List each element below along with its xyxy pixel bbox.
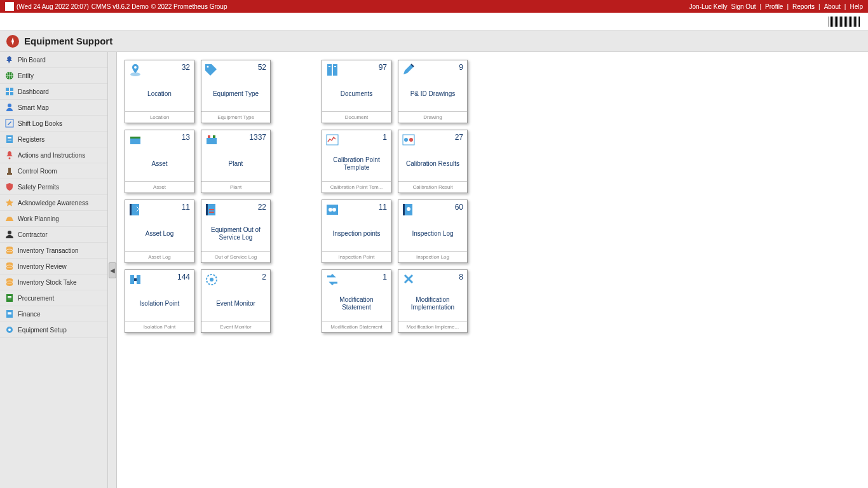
reports-link[interactable]: Reports [792,3,815,10]
topbar-copyright: © 2022 Prometheus Group [151,3,227,10]
card-title: Inspection points [322,217,391,251]
signout-link[interactable]: Sign Out [731,3,756,10]
card-asset[interactable]: 13AssetAsset [125,130,194,193]
edit-icon [5,119,14,128]
svg-point-64 [407,207,410,211]
sidebar-item-actions-and-instructions[interactable]: Actions and Instructions [0,147,107,163]
topbar-user: Jon-Luc Kelly [689,3,728,10]
sidebar-item-label: Control Room [18,168,57,175]
card-title: Calibration Point Template [322,147,391,181]
card-count: 1 [383,273,387,281]
sidebar-item-safety-permits[interactable]: Safety Permits [0,179,107,195]
svg-point-34 [207,66,209,68]
card-footer: Event Monitor [201,321,270,332]
sidebar-item-label: Registers [18,136,44,143]
sidebar-item-label: Inventory Stock Take [18,279,77,286]
sidebar-item-registers[interactable]: Registers [0,132,107,147]
card-count: 22 [258,203,266,212]
topbar-app: CMMS v8.6.2 Demo [92,3,149,10]
iso-icon [128,273,143,287]
card-inspection-points[interactable]: 11Inspection pointsInspection Point [322,200,391,263]
card-documents[interactable]: 97DocumentsDocument [322,60,391,123]
card-location[interactable]: 32LocationLocation [125,60,194,123]
sidebar-item-contractor[interactable]: Contractor [0,227,107,243]
sidebar-item-smart-map[interactable]: Smart Map [0,100,107,116]
sidebar-item-dashboard[interactable]: Dashboard [0,84,107,100]
card-top: 1 [322,130,391,147]
svg-point-5 [8,104,11,107]
sidebar-item-label: Inventory Review [18,263,67,270]
help-link[interactable]: Help [850,3,863,10]
svg-rect-14 [6,220,13,221]
sidebar-item-inventory-review[interactable]: Inventory Review [0,259,107,274]
db-icon [5,246,14,255]
sidebar-item-inventory-transaction[interactable]: Inventory Transaction [0,243,107,259]
sidebar-item-label: Smart Map [18,104,49,111]
plant-icon [204,133,219,147]
card-event-monitor[interactable]: 2Event MonitorEvent Monitor [201,269,271,333]
card-equipment-out-of-service-log[interactable]: 22Equipment Out of Service LogOut of Ser… [201,200,271,263]
user-icon [5,230,14,239]
card-footer: Document [322,111,391,123]
card-footer: Out of Service Log [201,251,270,262]
card-equipment-type[interactable]: 52Equipment TypeEquipment Type [201,60,271,123]
svg-rect-27 [8,312,11,313]
sidebar-item-procurement[interactable]: Procurement [0,290,107,306]
card-title: Modification Statement [322,287,391,321]
profile-link[interactable]: Profile [765,3,783,10]
sidebar-item-acknowledge-awareness[interactable]: Acknowledge Awareness [0,195,107,211]
card-title: Equipment Out of Service Log [201,217,270,251]
svg-rect-48 [134,278,137,281]
card-title: Isolation Point [125,287,194,321]
about-link[interactable]: About [824,3,841,10]
sidebar-item-finance[interactable]: Finance [0,306,107,322]
svg-rect-54 [334,66,336,67]
separator: | [759,3,761,10]
card-plant[interactable]: 1337PlantPlant [201,130,271,193]
card-title: Inspection Log [398,217,467,251]
card-modification-implementation[interactable]: 8Modification ImplementationModification… [398,269,468,333]
svg-rect-24 [8,297,11,298]
sidebar-item-control-room[interactable]: Control Room [0,163,107,179]
card-top: 97 [322,60,391,77]
pin-icon [5,55,14,64]
card-title: Modification Implementation [398,287,467,321]
tower-icon [5,166,14,175]
card-footer: Modification Statement [322,321,391,332]
card-top: 1337 [201,130,270,147]
sidebar: Pin BoardEntityDashboardSmart MapShift L… [0,52,108,488]
card-title: Location [125,77,194,111]
sidebar-item-label: Dashboard [18,88,49,95]
person-icon [5,103,14,112]
card-top: 27 [398,130,467,147]
card-inspection-log[interactable]: 60Inspection LogInspection Log [398,200,468,263]
svg-rect-23 [8,296,11,297]
card-p-id-drawings[interactable]: 9P& ID DrawingsDrawing [398,60,468,123]
card-calibration-results[interactable]: 27Calibration ResultsCalibration Result [398,130,468,193]
svg-point-11 [9,158,11,159]
doc-icon [5,135,14,144]
sidebar-item-equipment-setup[interactable]: Equipment Setup [0,322,107,338]
sidebar-item-entity[interactable]: Entity [0,68,107,84]
sidebar-item-work-planning[interactable]: Work Planning [0,211,107,227]
sidebar-item-pin-board[interactable]: Pin Board [0,52,107,68]
main-content: 32LocationLocation52Equipment TypeEquipm… [117,52,868,488]
sidebar-item-label: Entity [18,72,34,79]
card-count: 9 [459,63,463,72]
svg-rect-63 [403,204,405,215]
hardhat-icon [5,214,14,223]
card-isolation-point[interactable]: 144Isolation PointIsolation Point [125,269,194,333]
sidebar-item-label: Actions and Instructions [18,152,85,159]
sidebar-item-shift-log-books[interactable]: Shift Log Books [0,116,107,132]
card-modification-statement[interactable]: 1Modification StatementModification Stat… [322,269,391,333]
card-asset-log[interactable]: 11Asset LogAsset Log [125,200,194,263]
sidebar-item-inventory-stock-take[interactable]: Inventory Stock Take [0,274,107,290]
svg-point-33 [134,66,137,69]
sidebar-collapse-button[interactable]: ◀ [108,52,117,488]
svg-point-50 [210,278,214,281]
card-footer: Calibration Point Tem... [322,181,391,193]
svg-rect-45 [209,212,214,213]
svg-rect-39 [213,135,215,138]
card-calibration-point-template[interactable]: 1Calibration Point TemplateCalibration P… [322,130,391,193]
card-top: 9 [398,60,467,77]
